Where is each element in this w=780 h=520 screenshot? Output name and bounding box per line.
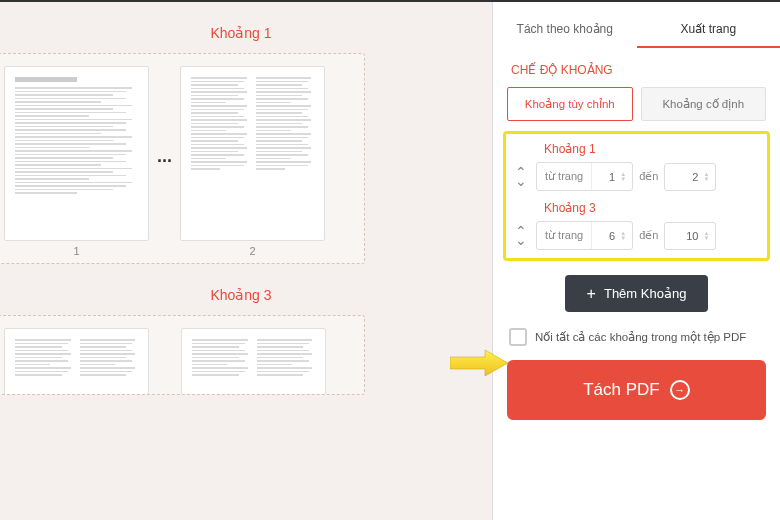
from-page-input[interactable]: 1▲▼ <box>592 163 632 190</box>
page-thumbnail[interactable] <box>181 328 326 395</box>
spinner-icon[interactable]: ▲▼ <box>618 231 626 241</box>
preview-range-1-title: Khoảng 1 <box>0 17 482 53</box>
spinner-icon[interactable]: ▲▼ <box>701 172 709 182</box>
page-number: 1 <box>4 245 149 257</box>
annotation-arrow-icon <box>450 348 510 378</box>
mode-buttons: Khoảng tùy chỉnh Khoảng cố định <box>493 87 780 131</box>
mode-custom-range-button[interactable]: Khoảng tùy chỉnh <box>507 87 633 121</box>
range-name: Khoảng 3 <box>544 201 761 215</box>
preview-range-3-title: Khoảng 3 <box>0 279 482 315</box>
range-row-1: Khoảng 1 ⌃⌄ từ trang 1▲▼ đến 2▲▼ <box>512 142 761 191</box>
from-label: từ trang <box>537 163 592 190</box>
page-thumbnail[interactable] <box>180 66 325 241</box>
page-number: 2 <box>180 245 325 257</box>
page-thumbnail[interactable] <box>4 66 149 241</box>
merge-checkbox[interactable] <box>509 328 527 346</box>
to-page-input[interactable]: 2▲▼ <box>665 164 715 190</box>
plus-icon: + <box>587 287 596 300</box>
to-label: đến <box>639 229 658 242</box>
range-name: Khoảng 1 <box>544 142 761 156</box>
tab-split-by-range[interactable]: Tách theo khoảng <box>493 2 637 48</box>
preview-range-3: Khoảng 3 <box>0 279 482 395</box>
svg-marker-0 <box>450 350 508 376</box>
arrow-right-circle-icon: → <box>670 380 690 400</box>
spinner-icon[interactable]: ▲▼ <box>701 231 709 241</box>
from-page-input[interactable]: 6▲▼ <box>592 222 632 249</box>
add-range-button[interactable]: + Thêm Khoảng <box>565 275 709 312</box>
drag-handle-icon[interactable]: ⌃⌄ <box>512 168 530 185</box>
tab-extract-pages[interactable]: Xuất trang <box>637 2 781 48</box>
page-thumbnail[interactable] <box>4 328 149 395</box>
spinner-icon[interactable]: ▲▼ <box>618 172 626 182</box>
top-tabs: Tách theo khoảng Xuất trang <box>493 2 780 49</box>
to-label: đến <box>639 170 658 183</box>
from-label: từ trang <box>537 222 592 249</box>
preview-range-1: Khoảng 1 1 ··· <box>0 17 482 264</box>
preview-range-3-pages <box>0 315 365 395</box>
to-page-input[interactable]: 10▲▼ <box>665 223 715 249</box>
merge-checkbox-label: Nối tất cả các khoảng trong một tệp PDF <box>535 330 746 344</box>
ellipsis-icon: ··· <box>155 151 174 172</box>
merge-option-row: Nối tất cả các khoảng trong một tệp PDF <box>493 320 780 360</box>
split-pdf-button[interactable]: Tách PDF → <box>507 360 766 420</box>
drag-handle-icon[interactable]: ⌃⌄ <box>512 227 530 244</box>
preview-range-1-pages: 1 ··· <box>0 53 365 264</box>
mode-fixed-range-button[interactable]: Khoảng cố định <box>641 87 767 121</box>
ranges-highlight-box: Khoảng 1 ⌃⌄ từ trang 1▲▼ đến 2▲▼ Khoảng … <box>503 131 770 261</box>
preview-area: Khoảng 1 1 ··· <box>0 2 492 520</box>
range-row-3: Khoảng 3 ⌃⌄ từ trang 6▲▼ đến 10▲▼ <box>512 201 761 250</box>
sidebar: Tách theo khoảng Xuất trang CHẾ ĐỘ KHOẢN… <box>492 2 780 520</box>
mode-section-label: CHẾ ĐỘ KHOẢNG <box>493 49 780 87</box>
